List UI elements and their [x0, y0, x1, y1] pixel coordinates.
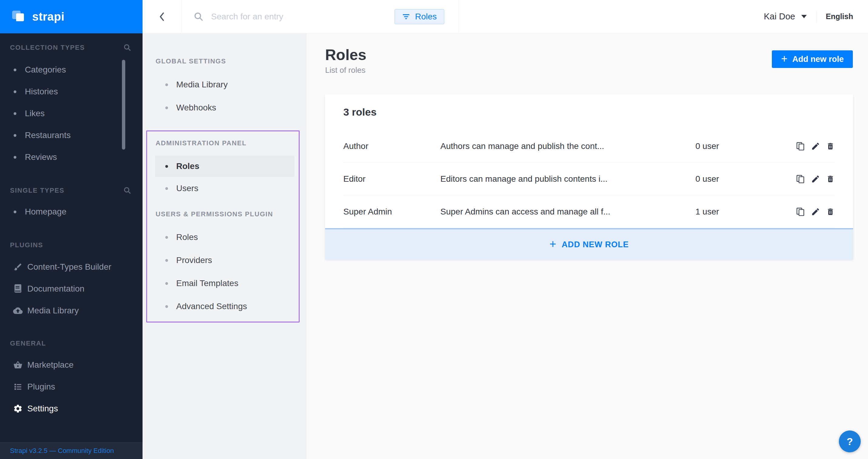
bullet-icon [14, 134, 17, 137]
delete-icon[interactable] [826, 207, 835, 217]
user-menu[interactable]: Kai Doe [764, 11, 807, 22]
row-actions [796, 141, 835, 151]
search-icon[interactable] [123, 186, 132, 195]
sidebar-item-plugins[interactable]: Plugins [0, 376, 143, 398]
role-users-count: 0 user [695, 174, 796, 184]
bullet-icon [165, 259, 168, 262]
bullet-icon [165, 305, 168, 308]
gear-icon [13, 403, 23, 414]
add-new-role-label: Add new role [792, 55, 844, 64]
settings-item-up-roles[interactable]: Roles [155, 226, 294, 249]
settings-item-admin-roles[interactable]: Roles [155, 156, 294, 177]
row-actions [796, 174, 835, 184]
settings-item-advanced-settings[interactable]: Advanced Settings [155, 295, 294, 318]
sidebar-item-marketplace[interactable]: Marketplace [0, 354, 143, 376]
sidebar-item-reviews[interactable]: Reviews [0, 146, 143, 168]
brand-name: strapi [32, 10, 64, 23]
delete-icon[interactable] [826, 141, 835, 151]
bullet-icon [165, 165, 168, 168]
sidebar-scrollbar-thumb[interactable] [122, 60, 125, 150]
main-sidebar: strapi COLLECTION TYPES Categories Histo… [0, 0, 143, 459]
bullet-icon [165, 106, 168, 109]
cloud-upload-icon [13, 305, 23, 316]
section-header-collection-types: COLLECTION TYPES [0, 44, 143, 52]
bullet-icon [165, 84, 168, 86]
sidebar-item-categories[interactable]: Categories [0, 59, 143, 81]
chevron-left-icon [158, 11, 167, 22]
delete-icon[interactable] [826, 174, 835, 184]
sidebar-item-restaurants[interactable]: Restaurants [0, 124, 143, 146]
settings-sidebar: GLOBAL SETTINGS Media Library Webhooks A… [143, 33, 306, 459]
paintbrush-icon [13, 262, 23, 272]
filter-chip-label: Roles [415, 12, 437, 22]
role-users-count: 1 user [695, 207, 796, 217]
help-button[interactable]: ? [839, 430, 861, 452]
topbar: Roles Kai Doe English [143, 0, 868, 33]
sidebar-item-documentation[interactable]: Documentation [0, 278, 143, 300]
edit-icon[interactable] [811, 141, 820, 151]
section-header-plugins: PLUGINS [0, 241, 143, 249]
user-name: Kai Doe [764, 11, 795, 22]
bullet-icon [14, 211, 17, 213]
topbar-right: Kai Doe English [459, 0, 868, 33]
edit-icon[interactable] [811, 207, 820, 217]
settings-item-providers[interactable]: Providers [155, 249, 294, 272]
settings-item-media-library[interactable]: Media Library [155, 73, 294, 96]
role-name: Super Admin [343, 207, 440, 217]
sidebar-item-media-library[interactable]: Media Library [0, 300, 143, 322]
group-header-administration-panel: ADMINISTRATION PANEL [143, 139, 306, 147]
section-header-single-types: SINGLE TYPES [0, 187, 143, 194]
settings-item-webhooks[interactable]: Webhooks [155, 96, 294, 119]
add-new-role-button[interactable]: + Add new role [772, 50, 853, 68]
settings-item-email-templates[interactable]: Email Templates [155, 272, 294, 295]
duplicate-icon[interactable] [796, 207, 805, 217]
bullet-icon [165, 282, 168, 285]
role-name: Editor [343, 174, 440, 184]
add-new-role-footer-button[interactable]: + ADD NEW ROLE [325, 228, 853, 260]
search-input[interactable] [211, 12, 369, 22]
basket-icon [13, 360, 23, 370]
section-header-general: GENERAL [0, 339, 143, 347]
sidebar-item-likes[interactable]: Likes [0, 102, 143, 124]
divider [816, 11, 817, 23]
table-row-super-admin[interactable]: Super Admin Super Admins can access and … [325, 195, 853, 228]
group-header-global-settings: GLOBAL SETTINGS [143, 57, 306, 65]
strapi-logo-icon [12, 9, 27, 24]
role-description: Editors can manage and publish contents … [440, 174, 695, 184]
strapi-logo[interactable]: strapi [0, 0, 143, 33]
edit-icon[interactable] [811, 174, 820, 184]
role-description: Authors can manage and publish the cont.… [440, 141, 695, 151]
book-icon [13, 284, 23, 294]
role-users-count: 0 user [695, 141, 796, 151]
sidebar-item-settings[interactable]: Settings [0, 398, 143, 420]
back-button[interactable] [143, 0, 182, 33]
bullet-icon [14, 156, 17, 159]
bullet-icon [165, 187, 168, 190]
filter-chip-roles[interactable]: Roles [395, 9, 444, 24]
sidebar-item-homepage[interactable]: Homepage [0, 201, 143, 223]
search-icon [193, 11, 204, 22]
table-row-editor[interactable]: Editor Editors can manage and publish co… [325, 163, 853, 195]
roles-count-header: 3 roles [325, 94, 853, 130]
sidebar-item-histories[interactable]: Histories [0, 81, 143, 102]
role-name: Author [343, 141, 440, 151]
roles-card: 3 roles Author Authors can manage and pu… [325, 94, 853, 260]
row-actions [796, 207, 835, 217]
settings-item-admin-users[interactable]: Users [155, 177, 294, 200]
list-icon [13, 381, 23, 392]
duplicate-icon[interactable] [796, 141, 805, 151]
table-row-author[interactable]: Author Authors can manage and publish th… [325, 130, 853, 163]
search-icon[interactable] [123, 43, 132, 52]
group-header-users-permissions-plugin: USERS & PERMISSIONS PLUGIN [143, 210, 306, 218]
filter-icon [402, 13, 410, 20]
sidebar-item-content-types-builder[interactable]: Content-Types Builder [0, 256, 143, 278]
role-description: Super Admins can access and manage all f… [440, 207, 695, 217]
bullet-icon [14, 68, 17, 71]
version-link[interactable]: Strapi v3.2.5 — Community Edition [10, 447, 114, 455]
bullet-icon [14, 112, 17, 115]
duplicate-icon[interactable] [796, 174, 805, 184]
language-selector[interactable]: English [826, 12, 853, 21]
caret-down-icon [801, 15, 807, 18]
sidebar-footer: Strapi v3.2.5 — Community Edition [0, 442, 143, 459]
global-search: Roles [182, 0, 459, 33]
